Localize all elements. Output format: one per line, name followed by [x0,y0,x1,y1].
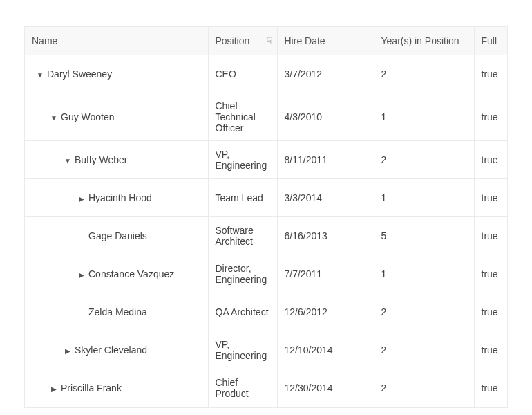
cell-years-value: 2 [381,382,387,394]
cell-full: true [474,141,508,179]
cell-name: ▼Guy Wooten [25,93,208,141]
cell-years: 1 [374,179,474,217]
cell-hiredate-value: 4/3/2010 [285,111,323,122]
cell-hiredate-value: 12/30/2014 [285,382,333,394]
cell-hiredate: 12/10/2014 [277,331,374,369]
table-row[interactable]: ▶Hyacinth HoodTeam Lead3/3/20141true [25,179,508,217]
cell-years: 1 [374,93,474,141]
table-row[interactable]: ▶Skyler ClevelandVP, Engineering12/10/20… [25,331,508,369]
cell-hiredate-value: 12/6/2012 [285,306,327,317]
cell-years: 2 [374,141,474,179]
cell-years-value: 1 [381,111,387,122]
cell-years: 2 [374,55,474,93]
cell-full: true [474,93,508,141]
column-header-name[interactable]: Name [25,27,208,55]
cell-hiredate: 12/30/2014 [277,369,374,407]
employee-name: Guy Wooten [61,111,115,122]
cell-full: true [474,293,508,331]
table-row[interactable]: ▶Constance VazquezDirector, Engineering7… [25,255,508,293]
employee-name: Daryl Sweeney [47,68,112,80]
column-header-label: Name [32,35,57,46]
expand-icon[interactable]: ▶ [64,347,72,355]
expand-icon[interactable]: ▶ [77,271,86,279]
cell-full-value: true [482,268,498,279]
column-header-label: Position [216,35,250,46]
cell-full-value: true [482,306,498,317]
cell-position-value: VP, Engineering [216,339,267,361]
expand-icon[interactable]: ▶ [77,195,86,203]
table-row[interactable]: ▼Daryl SweeneyCEO3/7/20122true [25,55,508,93]
column-header-years[interactable]: Year(s) in Position [374,27,474,55]
table-row[interactable]: ▼Buffy WeberVP, Engineering8/11/20112tru… [25,141,508,179]
cell-full-value: true [482,192,498,203]
cell-position: CEO [208,55,277,93]
table-row[interactable]: ▼Guy WootenChief Technical Officer4/3/20… [25,93,508,141]
column-header-position[interactable]: Position ☟ [208,27,277,55]
cell-position-value: Chief Product [216,377,249,399]
cell-position-value: Software Architect [216,225,254,247]
column-header-full[interactable]: Full [474,27,508,55]
cell-hiredate-value: 6/16/2013 [285,230,327,241]
cell-position: Software Architect [208,217,277,255]
expand-icon[interactable]: ▶ [50,385,58,393]
cell-position-value: QA Architect [216,306,269,317]
cell-name: ▼Daryl Sweeney [25,55,208,93]
cell-position-value: Director, Engineering [216,263,267,285]
employee-name: Priscilla Frank [61,382,122,394]
cell-full: true [474,331,508,369]
cell-hiredate-value: 12/10/2014 [285,344,333,356]
column-header-hiredate[interactable]: Hire Date [277,27,374,55]
cell-hiredate: 12/6/2012 [277,293,374,331]
table-row[interactable]: ▶Gage DanielsSoftware Architect6/16/2013… [25,217,508,255]
table-row[interactable]: ▶Priscilla FrankChief Product12/30/20142… [25,369,508,407]
cell-position: Director, Engineering [208,255,277,293]
cell-hiredate-value: 7/7/2011 [285,268,323,279]
column-header-label: Full [482,35,497,46]
employee-name: Constance Vazquez [88,268,174,279]
cell-position: VP, Engineering [208,141,277,179]
table-row[interactable]: ▶Zelda MedinaQA Architect12/6/20122true [25,293,508,331]
cell-hiredate: 6/16/2013 [277,217,374,255]
cell-position: VP, Engineering [208,331,277,369]
collapse-icon[interactable]: ▼ [64,157,72,165]
cell-position-value: Chief Technical Officer [216,100,256,133]
tree-list: Name Position ☟ Hire Date Year(s) in Pos… [24,26,508,408]
cell-hiredate-value: 8/11/2011 [285,154,327,165]
table-body: ▼Daryl SweeneyCEO3/7/20122true▼Guy Woote… [25,55,508,407]
cell-years-value: 2 [381,306,387,317]
cell-name: ▶Skyler Cleveland [25,331,208,369]
cell-hiredate-value: 3/3/2014 [285,192,323,203]
cell-full-value: true [482,68,498,80]
cell-hiredate: 7/7/2011 [277,255,374,293]
cell-years: 2 [374,293,474,331]
table-header-row: Name Position ☟ Hire Date Year(s) in Pos… [25,27,508,55]
cell-years: 1 [374,255,474,293]
cell-name: ▶Constance Vazquez [25,255,208,293]
cell-name: ▶Hyacinth Hood [25,179,208,217]
cell-full: true [474,369,508,407]
cell-hiredate: 3/3/2014 [277,179,374,217]
employee-name: Skyler Cleveland [75,344,147,356]
column-header-label: Year(s) in Position [381,35,459,46]
cell-position: Chief Product [208,369,277,407]
collapse-icon[interactable]: ▼ [36,71,44,79]
cell-years-value: 1 [381,192,387,203]
cell-full: true [474,255,508,293]
cell-name: ▼Buffy Weber [25,141,208,179]
cell-full: true [474,55,508,93]
cell-position-value: CEO [216,68,236,80]
cell-full-value: true [482,344,498,356]
employee-name: Hyacinth Hood [88,192,152,203]
cell-years: 5 [374,217,474,255]
cell-hiredate-value: 3/7/2012 [285,68,323,80]
cell-position: QA Architect [208,293,277,331]
employee-name: Gage Daniels [88,230,147,241]
employee-name: Zelda Medina [88,306,147,317]
cell-position: Team Lead [208,179,277,217]
collapse-icon[interactable]: ▼ [50,114,58,122]
cell-full-value: true [482,230,498,241]
cell-years: 2 [374,331,474,369]
column-header-label: Hire Date [285,35,325,46]
cell-hiredate: 4/3/2010 [277,93,374,141]
cell-years-value: 2 [381,344,387,356]
